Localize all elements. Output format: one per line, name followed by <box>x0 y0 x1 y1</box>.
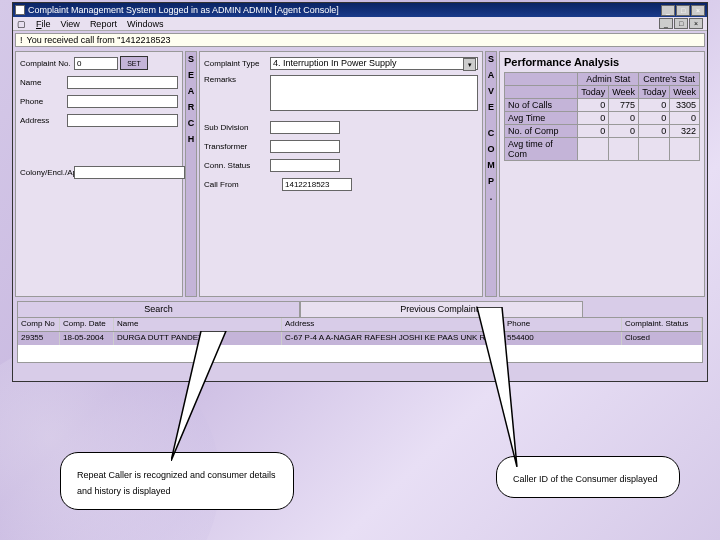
save-comp-strip[interactable]: S A V E C O M P . <box>485 51 497 297</box>
window-title: Complaint Management System Logged in as… <box>28 5 661 15</box>
complaint-no-input[interactable] <box>74 57 118 70</box>
tabs: Search Previous Complaints <box>17 301 703 317</box>
info-bar: ! You received call from "1412218523 <box>15 33 705 47</box>
menu-view[interactable]: View <box>61 19 80 29</box>
child-maximize-button[interactable]: □ <box>674 18 688 29</box>
minimize-button[interactable]: _ <box>661 5 675 16</box>
app-menu-icon[interactable]: ▢ <box>17 19 26 29</box>
subdivision-input[interactable] <box>270 121 340 134</box>
close-button[interactable]: × <box>691 5 705 16</box>
complaints-grid: Comp No Comp. Date Name Address Phone Co… <box>17 317 703 363</box>
svg-marker-0 <box>171 331 226 461</box>
set-button[interactable]: SET <box>120 56 148 70</box>
call-from-label: Call From <box>204 180 270 189</box>
info-text: You received call from "1412218523 <box>27 35 171 45</box>
complaint-no-label: Complaint No. <box>20 59 74 68</box>
menubar: ▢ File View Report Windows _ □ × <box>13 17 707 31</box>
child-close-button[interactable]: × <box>689 18 703 29</box>
menu-windows[interactable]: Windows <box>127 19 164 29</box>
callout-repeat-caller: Repeat Caller is recognized and consumer… <box>60 452 294 510</box>
name-label: Name <box>20 78 67 87</box>
remarks-input[interactable] <box>270 75 478 111</box>
callout-pointer-icon <box>171 331 251 461</box>
performance-table: Admin StatCentre's Stat TodayWeekTodayWe… <box>504 72 700 161</box>
mid-panel: Complaint Type 4. Interruption In Power … <box>199 51 483 297</box>
menu-file[interactable]: File <box>36 19 51 29</box>
phone-label: Phone <box>20 97 67 106</box>
address-label: Address <box>20 116 67 125</box>
colony-label: Colony/Encl./Ap <box>20 168 74 177</box>
app-icon <box>15 5 25 15</box>
performance-panel: Performance Analysis Admin StatCentre's … <box>499 51 705 297</box>
conn-status-label: Conn. Status <box>204 161 270 170</box>
performance-title: Performance Analysis <box>504 56 700 68</box>
address-input[interactable] <box>67 114 178 127</box>
conn-status-input[interactable] <box>270 159 340 172</box>
titlebar: Complaint Management System Logged in as… <box>13 3 707 17</box>
phone-input[interactable] <box>67 95 178 108</box>
callout-pointer-icon <box>477 307 567 467</box>
complaint-type-label: Complaint Type <box>204 59 270 68</box>
menu-report[interactable]: Report <box>90 19 117 29</box>
remarks-label: Remarks <box>204 75 270 84</box>
search-strip[interactable]: S E A R C H <box>185 51 197 297</box>
left-panel: Complaint No. SET Name Phone Address Col… <box>15 51 183 297</box>
table-row[interactable]: 29355 18-05-2004 DURGA DUTT PANDEY C-67 … <box>18 332 702 345</box>
svg-marker-1 <box>477 307 517 467</box>
colony-input[interactable] <box>74 166 185 179</box>
name-input[interactable] <box>67 76 178 89</box>
callout-caller-id: Caller ID of the Consumer displayed <box>496 456 680 498</box>
grid-header: Comp No Comp. Date Name Address Phone Co… <box>18 318 702 332</box>
call-from-input[interactable] <box>282 178 352 191</box>
transformer-input[interactable] <box>270 140 340 153</box>
app-window: Complaint Management System Logged in as… <box>12 2 708 382</box>
subdivision-label: Sub Division <box>204 123 270 132</box>
maximize-button[interactable]: □ <box>676 5 690 16</box>
tab-search[interactable]: Search <box>17 301 300 317</box>
complaint-type-select[interactable]: 4. Interruption In Power Supply <box>270 57 478 70</box>
transformer-label: Transformer <box>204 142 270 151</box>
child-minimize-button[interactable]: _ <box>659 18 673 29</box>
